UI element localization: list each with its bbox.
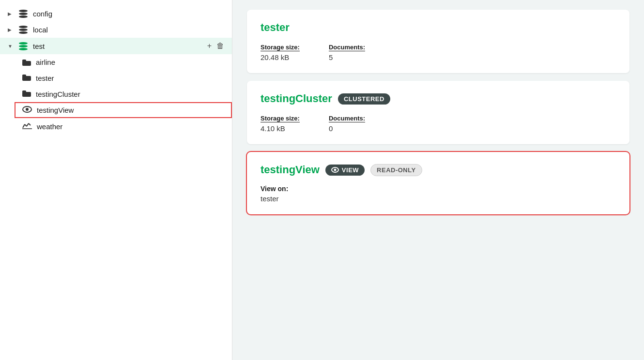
svg-point-7 [26,108,29,111]
storage-size-stat: Storage size: 4.10 kB [261,114,300,133]
svg-line-8 [23,124,25,128]
documents-label: Documents: [329,115,365,122]
view-on-value: tester [261,195,616,203]
sidebar-item-label: tester [36,74,54,82]
svg-line-10 [27,123,29,126]
main-content: tester Storage size: 20.48 kB Documents:… [232,0,644,360]
sidebar-item-weather[interactable]: weather [15,118,232,135]
svg-rect-3 [22,75,26,77]
documents-label: Documents: [329,44,365,51]
documents-value: 0 [329,124,365,133]
delete-database-button[interactable]: 🗑 [216,42,224,50]
sidebar-item-label: testingView [37,106,74,114]
sidebar-item-tester[interactable]: tester [15,70,232,86]
storage-size-label: Storage size: [261,44,300,51]
svg-rect-1 [22,60,26,62]
sidebar-item-test[interactable]: ▼ test + 🗑 [0,38,232,54]
sidebar-item-label: test [33,42,45,50]
action-icons: + 🗑 [207,42,224,50]
view-badge-label: VIEW [342,166,359,174]
sidebar: ▶ config ▶ local ▼ test + 🗑 [0,0,232,360]
card-title-testingcluster: testingCluster CLUSTERED [261,92,616,105]
tester-card: tester Storage size: 20.48 kB Documents:… [247,10,629,73]
sidebar-item-config[interactable]: ▶ config [0,6,232,22]
database-icon [18,26,28,34]
chevron-right-icon: ▶ [8,27,14,32]
documents-value: 5 [329,53,365,61]
sidebar-item-label: weather [37,122,62,131]
storage-size-label: Storage size: [261,115,300,122]
svg-line-11 [29,123,31,125]
storage-size-value: 4.10 kB [261,124,300,133]
view-eye-icon [331,167,339,173]
folder-icon [22,90,31,98]
chevron-down-icon: ▼ [8,44,14,49]
testingcluster-card: testingCluster CLUSTERED Storage size: 4… [247,81,629,144]
folder-icon [22,74,31,82]
svg-point-14 [334,169,336,171]
sidebar-item-label: config [33,10,52,18]
documents-stat: Documents: 0 [329,114,365,133]
svg-rect-5 [22,90,26,93]
sidebar-item-label: airline [36,58,55,66]
database-icon [18,10,28,18]
collection-name: testingCluster [261,92,332,105]
storage-size-stat: Storage size: 20.48 kB [261,43,300,61]
test-children: airline tester testingCluster [0,54,232,135]
view-badge: VIEW [325,165,365,176]
card-stats: Storage size: 4.10 kB Documents: 0 [261,114,616,133]
testingview-card: testingView VIEW READ-ONLY View on: test… [247,152,629,214]
card-title-testingview: testingView VIEW READ-ONLY [261,164,616,176]
sidebar-item-local[interactable]: ▶ local [0,22,232,38]
sidebar-item-testingview[interactable]: testingView [15,102,232,118]
storage-size-value: 20.48 kB [261,53,300,61]
documents-stat: Documents: 5 [329,43,365,61]
chevron-right-icon: ▶ [8,11,14,16]
view-on-label: View on: [261,185,616,193]
sidebar-item-label: local [33,26,48,34]
sidebar-item-testingcluster[interactable]: testingCluster [15,86,232,102]
folder-icon [22,59,31,66]
collection-name: tester [261,21,290,34]
eye-icon [22,106,32,114]
readonly-badge: READ-ONLY [370,164,422,176]
card-stats: Storage size: 20.48 kB Documents: 5 [261,43,616,61]
card-title-tester: tester [261,21,616,34]
timeseries-icon [22,122,32,131]
sidebar-item-label: testingCluster [36,90,80,98]
clustered-badge: CLUSTERED [338,93,390,105]
view-name: testingView [261,164,320,176]
view-on-section: View on: tester [261,185,616,203]
add-collection-button[interactable]: + [207,42,212,50]
sidebar-item-airline[interactable]: airline [15,54,232,70]
database-icon-green [18,42,28,50]
